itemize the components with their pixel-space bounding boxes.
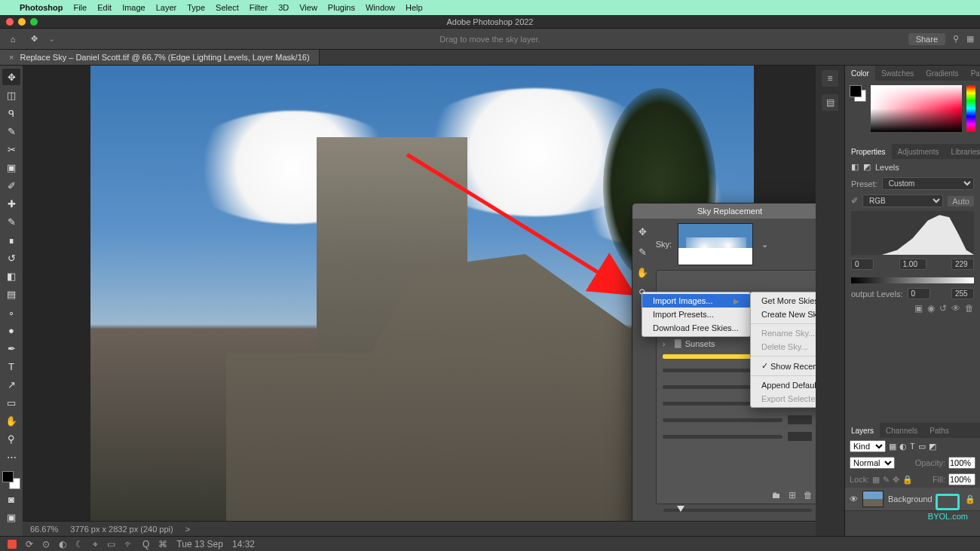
status-control-center-icon[interactable]: ⌘ [158,539,167,549]
menu-edit[interactable]: Edit [97,3,112,12]
menu-help[interactable]: Help [406,3,423,12]
menu-select[interactable]: Select [216,3,239,12]
status-bluetooth-icon[interactable]: ⌖ [93,539,98,549]
tab-properties[interactable]: Properties [845,144,892,159]
auto-button[interactable]: Auto [948,196,974,207]
menu-3d[interactable]: 3D [278,3,289,12]
type-tool[interactable]: T [2,358,20,375]
edit-toolbar[interactable]: ⋯ [2,448,20,465]
layer-visibility-icon[interactable]: 👁 [850,494,858,504]
lock-pos-icon[interactable]: ✥ [893,475,899,485]
status-search-icon[interactable]: Q [142,539,149,549]
menu-plugins[interactable]: Plugins [328,3,355,12]
sky-dropdown-chevron-icon[interactable]: ⌄ [759,240,770,249]
lock-trans-icon[interactable]: ▦ [872,475,880,485]
lasso-tool[interactable]: ᑫ [2,105,20,121]
sky-thumbnail[interactable] [678,223,753,265]
menu-show-recents[interactable]: ✓Show Recents [751,359,816,373]
menu-import-presets[interactable]: Import Presets... [642,308,750,321]
input-black[interactable] [851,259,874,270]
document-tab[interactable]: × Replace Sky – Daniel Scott.tif @ 66.7%… [0,50,320,65]
tab-gradients[interactable]: Gradients [920,66,964,81]
hue-strip[interactable] [966,85,975,132]
status-zoom[interactable]: 66.67% [30,525,58,534]
fill-input[interactable] [948,473,975,485]
input-mid[interactable] [899,259,926,270]
output-black[interactable] [908,288,930,299]
status-sync-icon[interactable]: ⟳ [26,539,33,549]
menu-append-default-skies[interactable]: Append Default Skies... [751,378,816,392]
eyedropper-tool[interactable]: ✐ [2,177,20,194]
status-battery-icon[interactable]: ▭ [107,539,115,549]
status-date[interactable]: Tue 13 Sep [176,539,223,549]
menu-file[interactable]: File [73,3,87,12]
filter-smart-icon[interactable]: ◩ [929,442,936,452]
path-tool[interactable]: ↗ [2,376,20,393]
tab-color[interactable]: Color [845,66,875,81]
menu-type[interactable]: Type [187,3,205,12]
tab-close-icon[interactable]: × [9,53,14,62]
filter-adjust-icon[interactable]: ◐ [899,442,907,452]
import-context-menu[interactable]: Import Images...▶ Import Presets... Down… [642,292,751,337]
pen-tool[interactable]: ✒ [2,340,20,357]
rail-icon-1[interactable]: ≡ [822,70,838,87]
new-folder-icon[interactable]: 🖿 [772,490,781,500]
rail-icon-2[interactable]: ▤ [822,94,838,111]
tab-layers[interactable]: Layers [845,423,880,438]
screen-mode[interactable]: ▣ [2,509,20,525]
canvas[interactable]: Sky Replacement ✥ ✎ ✋ ⚲ Sky: ⌄ [23,66,816,536]
filter-shape-icon[interactable]: ▭ [918,442,926,452]
status-time[interactable]: 14:32 [232,539,255,549]
lock-paint-icon[interactable]: ✎ [883,475,890,485]
lock-all-icon[interactable]: 🔒 [902,475,913,485]
menu-import-images[interactable]: Import Images...▶ [642,294,750,308]
menu-layer[interactable]: Layer [156,3,177,12]
output-white[interactable] [951,288,974,299]
levels-histogram[interactable] [851,211,974,255]
status-do-not-disturb-icon[interactable]: ◐ [59,539,66,549]
healing-tool[interactable]: ✚ [2,195,20,212]
selection-tool[interactable]: ✎ [2,123,20,139]
opacity-input[interactable] [948,457,975,469]
crop-tool[interactable]: ✂ [2,141,20,158]
sky-settings-menu[interactable]: Get More Skies▶ Create New Sky Group... … [750,292,816,408]
color-picker-panel[interactable] [845,81,980,144]
tool-preset-chevron-icon[interactable]: ⌄ [48,34,55,44]
dodge-tool[interactable]: ● [2,322,20,338]
menu-view[interactable]: View [299,3,317,12]
marquee-tool[interactable]: ◫ [2,87,20,103]
menu-filter[interactable]: Filter [250,3,268,12]
fg-bg-swatch[interactable] [850,85,866,102]
history-brush-tool[interactable]: ↺ [2,249,20,266]
search-icon[interactable]: ⚲ [953,34,959,44]
preset-select[interactable]: Custom [882,177,974,190]
dialog-brush-tool[interactable]: ✎ [639,246,647,258]
window-minimize[interactable] [18,18,26,26]
brush-tool[interactable]: ✎ [2,213,20,230]
layer-thumbnail[interactable] [862,491,884,507]
tab-patterns[interactable]: Patterns [965,66,980,81]
layer-filter-kind[interactable]: Kind [850,440,886,452]
color-swatches[interactable] [2,471,20,489]
blur-tool[interactable]: ∘ [2,304,20,320]
tab-swatches[interactable]: Swatches [875,66,920,81]
tab-libraries[interactable]: Libraries [945,144,980,159]
filter-pixel-icon[interactable]: ▦ [889,442,896,452]
share-button[interactable]: Share [908,33,945,45]
stamp-tool[interactable]: ∎ [2,231,20,248]
blend-mode-select[interactable]: Normal [850,457,895,469]
window-zoom[interactable] [30,18,38,26]
status-wifi-icon[interactable]: ᯤ [124,539,133,549]
quick-mask[interactable]: ◙ [2,491,20,507]
zoom-tool[interactable]: ⚲ [2,430,20,447]
shape-tool[interactable]: ▭ [2,394,20,411]
move-tool-icon[interactable]: ✥ [27,32,41,46]
filter-type-icon[interactable]: T [910,442,915,451]
workspace-icon[interactable]: ▦ [966,34,974,44]
eraser-tool[interactable]: ◧ [2,268,20,284]
menu-download-free-skies[interactable]: Download Free Skies... [642,321,750,335]
tab-paths[interactable]: Paths [923,423,955,438]
delete-preset-icon[interactable]: 🗑 [804,490,813,500]
output-gradient[interactable] [851,277,974,283]
tab-adjustments[interactable]: Adjustments [892,144,945,159]
